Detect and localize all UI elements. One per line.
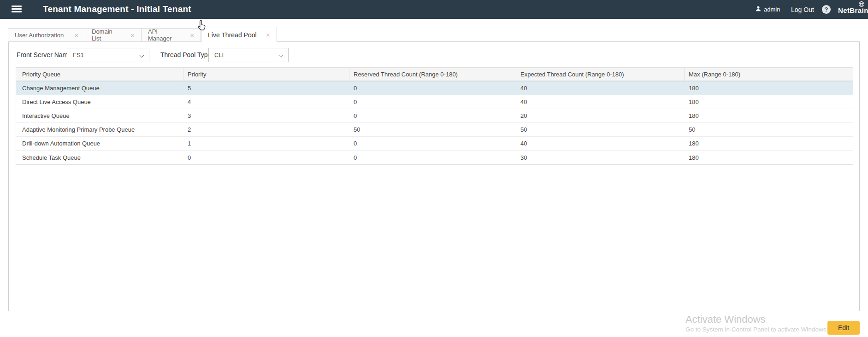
cell-reserved: 0 bbox=[349, 137, 516, 150]
tab-label: User Authorization bbox=[15, 32, 64, 39]
cell-reserved: 50 bbox=[349, 123, 516, 136]
cell-max: 50 bbox=[685, 123, 853, 136]
scrollbar[interactable] bbox=[865, 21, 865, 337]
cell-priority: 4 bbox=[183, 95, 349, 109]
cell-max: 180 bbox=[685, 95, 853, 109]
tab-label: Domain List bbox=[92, 28, 122, 42]
cell-expected: 40 bbox=[516, 137, 685, 150]
column-header-max: Max (Range 0-180) bbox=[685, 68, 853, 81]
cell-queue: Adaptive Monitoring Primary Probe Queue bbox=[16, 123, 183, 136]
cell-reserved: 0 bbox=[349, 109, 516, 122]
username-label: admin bbox=[764, 6, 780, 13]
cell-priority: 3 bbox=[183, 109, 349, 122]
globe-icon bbox=[857, 0, 866, 10]
tab-label: Live Thread Pool bbox=[208, 31, 257, 39]
activate-windows-watermark-subtext: Go to System in Control Panel to activat… bbox=[685, 326, 826, 333]
cell-priority: 5 bbox=[183, 81, 349, 95]
close-icon[interactable]: × bbox=[130, 32, 135, 39]
tab-live-thread-pool[interactable]: Live Thread Pool × bbox=[201, 27, 277, 42]
column-header-priority: Priority bbox=[183, 68, 349, 81]
help-icon[interactable]: ? bbox=[822, 5, 831, 14]
activate-windows-watermark: Activate Windows bbox=[685, 314, 766, 325]
cell-expected: 40 bbox=[516, 95, 685, 109]
tab-domain-list[interactable]: Domain List × bbox=[85, 28, 142, 42]
column-header-priority-queue: Priority Queue bbox=[16, 68, 183, 81]
close-icon[interactable]: × bbox=[74, 32, 78, 39]
user-menu[interactable]: admin bbox=[755, 0, 780, 19]
tab-user-authorization[interactable]: User Authorization × bbox=[8, 28, 85, 42]
close-icon[interactable]: × bbox=[190, 32, 194, 39]
cell-queue: Change Management Queue bbox=[16, 81, 183, 95]
cell-expected: 40 bbox=[516, 81, 685, 95]
cell-queue: Schedule Task Queue bbox=[16, 151, 183, 164]
thread-pool-type-select[interactable]: CLI bbox=[208, 48, 289, 62]
cell-expected: 20 bbox=[516, 109, 685, 122]
live-thread-pool-panel: Front Server Name: FS1 Thread Pool Type:… bbox=[8, 41, 860, 311]
column-header-reserved: Reserved Thread Count (Range 0-180) bbox=[349, 68, 516, 81]
logout-button[interactable]: Log Out bbox=[791, 0, 814, 19]
page-title: Tenant Management - Initial Tenant bbox=[43, 4, 191, 14]
cell-max: 180 bbox=[685, 151, 853, 164]
table-row[interactable]: Change Management Queue 5 0 40 180 bbox=[16, 81, 853, 95]
cell-reserved: 0 bbox=[349, 151, 516, 164]
cell-max: 180 bbox=[685, 81, 853, 95]
cell-priority: 2 bbox=[183, 123, 349, 136]
thread-pool-table: Priority Queue Priority Reserved Thread … bbox=[16, 67, 853, 165]
table-row[interactable]: Direct Live Access Queue 4 0 40 180 bbox=[16, 95, 853, 109]
chevron-down-icon bbox=[139, 53, 144, 58]
table-row[interactable]: Adaptive Monitoring Primary Probe Queue … bbox=[16, 123, 853, 137]
close-icon[interactable]: × bbox=[266, 31, 270, 38]
cell-queue: Interactive Queue bbox=[16, 109, 183, 122]
table-row[interactable]: Interactive Queue 3 0 20 180 bbox=[16, 109, 853, 123]
table-row[interactable]: Drill-down Automation Queue 1 0 40 180 bbox=[16, 137, 853, 151]
column-header-expected: Expected Thread Count (Range 0-180) bbox=[516, 68, 685, 81]
cell-queue: Drill-down Automation Queue bbox=[16, 137, 183, 150]
chevron-down-icon bbox=[278, 53, 283, 58]
thread-pool-type-value: CLI bbox=[214, 52, 224, 58]
cell-max: 180 bbox=[685, 109, 853, 122]
cell-queue: Direct Live Access Queue bbox=[16, 95, 183, 109]
cell-priority: 1 bbox=[183, 137, 349, 150]
user-icon bbox=[755, 6, 762, 14]
front-server-label: Front Server Name: bbox=[17, 51, 73, 58]
cell-reserved: 0 bbox=[349, 95, 516, 109]
filter-row: Front Server Name: FS1 Thread Pool Type:… bbox=[9, 42, 859, 65]
thread-pool-type-label: Thread Pool Type: bbox=[160, 51, 213, 58]
tab-strip: User Authorization × Domain List × API M… bbox=[8, 28, 277, 42]
tab-label: API Manager bbox=[148, 28, 182, 42]
front-server-select[interactable]: FS1 bbox=[67, 48, 149, 62]
cell-expected: 50 bbox=[516, 123, 685, 136]
table-row[interactable]: Schedule Task Queue 0 0 30 180 bbox=[16, 151, 853, 164]
cell-max: 180 bbox=[685, 137, 853, 150]
cell-expected: 30 bbox=[516, 151, 685, 164]
cell-priority: 0 bbox=[183, 151, 349, 164]
front-server-value: FS1 bbox=[73, 52, 84, 58]
cell-reserved: 0 bbox=[349, 81, 516, 95]
tab-api-manager[interactable]: API Manager × bbox=[142, 28, 201, 42]
menu-icon[interactable] bbox=[12, 6, 22, 13]
edit-button[interactable]: Edit bbox=[827, 321, 860, 335]
table-header-row: Priority Queue Priority Reserved Thread … bbox=[16, 68, 853, 81]
top-bar: Tenant Management - Initial Tenant admin… bbox=[0, 0, 868, 19]
